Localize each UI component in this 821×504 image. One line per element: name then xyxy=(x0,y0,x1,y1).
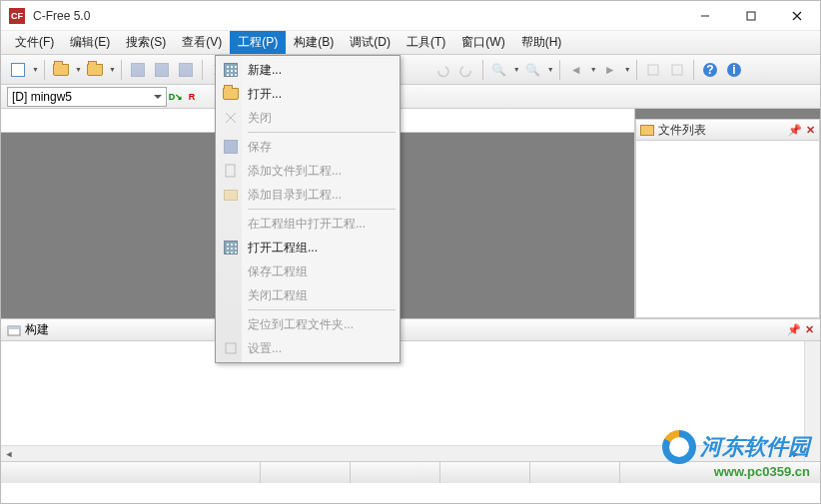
menu-separator xyxy=(248,309,396,310)
debug-mode-button[interactable]: D↘ xyxy=(169,88,183,106)
save-icon xyxy=(222,138,240,156)
build-icon xyxy=(7,323,21,337)
forward-button[interactable]: ► xyxy=(599,59,621,81)
new-file-button[interactable] xyxy=(7,59,29,81)
window-controls xyxy=(682,1,820,31)
menu-close-project[interactable]: 关闭 xyxy=(218,106,398,130)
menu-open-project[interactable]: 打开... xyxy=(218,82,398,106)
build-output[interactable]: ◄ ► xyxy=(1,341,820,461)
toolbar-compiler: [D] mingw5 D↘ R xyxy=(1,85,820,109)
status-cell xyxy=(440,462,530,483)
scroll-right-button[interactable]: ► xyxy=(788,446,804,462)
menu-settings[interactable]: 设置... xyxy=(218,336,398,360)
dropdown-arrow-icon[interactable]: ▼ xyxy=(513,66,520,73)
menu-search[interactable]: 搜索(S) xyxy=(118,31,174,54)
release-mode-button[interactable]: R xyxy=(185,88,199,106)
separator xyxy=(121,60,122,80)
tool-b-button[interactable] xyxy=(666,59,688,81)
dropdown-arrow-icon[interactable]: ▼ xyxy=(624,66,631,73)
dropdown-arrow-icon[interactable]: ▼ xyxy=(590,66,597,73)
vertical-scrollbar[interactable] xyxy=(804,341,820,461)
menu-locate-folder[interactable]: 定位到工程文件夹... xyxy=(218,312,398,336)
find-button[interactable]: 🔍 xyxy=(488,59,510,81)
menu-new-project[interactable]: 新建... xyxy=(218,58,398,82)
minimize-button[interactable] xyxy=(682,1,728,31)
status-cell xyxy=(620,462,820,483)
saveas-button[interactable] xyxy=(175,59,197,81)
build-panel-header: 构建 📌 ✕ xyxy=(1,319,820,341)
build-panel: 构建 📌 ✕ ◄ ► xyxy=(1,318,820,461)
svg-rect-1 xyxy=(747,12,755,20)
dropdown-arrow-icon[interactable]: ▼ xyxy=(32,66,39,73)
menu-file[interactable]: 文件(F) xyxy=(7,31,62,54)
status-cell xyxy=(530,462,620,483)
menu-tools[interactable]: 工具(T) xyxy=(399,31,453,54)
main-area: 文件列表 📌 ✕ xyxy=(1,109,820,318)
open-recent-button[interactable] xyxy=(84,59,106,81)
dropdown-arrow-icon[interactable]: ▼ xyxy=(75,66,82,73)
compiler-select[interactable]: [D] mingw5 xyxy=(7,87,167,107)
open-file-button[interactable] xyxy=(50,59,72,81)
file-list-header: 文件列表 📌 ✕ xyxy=(635,119,820,141)
back-button[interactable]: ◄ xyxy=(565,59,587,81)
toolbar-main: ▼ ▼ ▼ 🔍▼ 🔍▼ ◄▼ ►▼ ? i xyxy=(1,55,820,85)
svg-rect-13 xyxy=(8,326,20,329)
undo-button[interactable] xyxy=(431,59,453,81)
status-cell xyxy=(351,462,440,483)
svg-rect-7 xyxy=(672,65,682,75)
save-button[interactable] xyxy=(127,59,149,81)
menu-debug[interactable]: 调试(D) xyxy=(342,31,399,54)
tool-a-button[interactable] xyxy=(642,59,664,81)
menu-help[interactable]: 帮助(H) xyxy=(513,31,570,54)
menu-project[interactable]: 工程(P) xyxy=(230,31,286,54)
add-folder-icon xyxy=(222,186,240,204)
menu-edit[interactable]: 编辑(E) xyxy=(62,31,118,54)
svg-text:i: i xyxy=(732,63,735,77)
close-button[interactable] xyxy=(774,1,820,31)
scroll-left-button[interactable]: ◄ xyxy=(1,446,17,462)
horizontal-scrollbar[interactable]: ◄ ► xyxy=(1,445,804,461)
menu-view[interactable]: 查看(V) xyxy=(174,31,230,54)
redo-button[interactable] xyxy=(455,59,477,81)
menu-save-project[interactable]: 保存 xyxy=(218,135,398,159)
menu-add-file[interactable]: 添加文件到工程... xyxy=(218,159,398,183)
menu-build[interactable]: 构建(B) xyxy=(286,31,342,54)
separator xyxy=(482,60,483,80)
pin-icon[interactable]: 📌 xyxy=(787,323,801,336)
menu-add-dir[interactable]: 添加目录到工程... xyxy=(218,183,398,207)
open-icon xyxy=(222,85,240,103)
separator xyxy=(44,60,45,80)
svg-rect-16 xyxy=(226,165,235,177)
maximize-button[interactable] xyxy=(728,1,774,31)
menu-open-in-group[interactable]: 在工程组中打开工程... xyxy=(218,212,398,236)
panel-gap xyxy=(635,109,820,119)
help-button[interactable]: ? xyxy=(699,59,721,81)
add-file-icon xyxy=(222,162,240,180)
separator xyxy=(636,60,637,80)
panel-close-button[interactable]: ✕ xyxy=(806,124,815,137)
statusbar xyxy=(1,461,820,483)
settings-icon xyxy=(222,339,240,357)
menu-window[interactable]: 窗口(W) xyxy=(453,31,512,54)
titlebar: CF C-Free 5.0 xyxy=(1,1,820,31)
pin-icon[interactable]: 📌 xyxy=(788,124,802,137)
menubar: 文件(F) 编辑(E) 搜索(S) 查看(V) 工程(P) 构建(B) 调试(D… xyxy=(1,31,820,55)
svg-text:?: ? xyxy=(706,63,713,77)
svg-rect-6 xyxy=(648,65,658,75)
window-title: C-Free 5.0 xyxy=(33,9,682,23)
dropdown-arrow-icon[interactable]: ▼ xyxy=(547,66,554,73)
project-menu-dropdown: 新建... 打开... 关闭 保存 添加文件到工程... 添加目录到工程... … xyxy=(215,55,401,363)
separator xyxy=(202,60,203,80)
panel-close-button[interactable]: ✕ xyxy=(805,323,814,336)
status-cell xyxy=(261,462,351,483)
app-icon: CF xyxy=(9,8,25,24)
findnext-button[interactable]: 🔍 xyxy=(522,59,544,81)
menu-open-group[interactable]: 打开工程组... xyxy=(218,236,398,259)
info-button[interactable]: i xyxy=(723,59,745,81)
menu-close-group[interactable]: 关闭工程组 xyxy=(218,283,398,307)
menu-save-group[interactable]: 保存工程组 xyxy=(218,259,398,283)
file-list-body[interactable] xyxy=(635,141,820,318)
saveall-button[interactable] xyxy=(151,59,173,81)
grid-icon xyxy=(222,61,240,79)
dropdown-arrow-icon[interactable]: ▼ xyxy=(109,66,116,73)
